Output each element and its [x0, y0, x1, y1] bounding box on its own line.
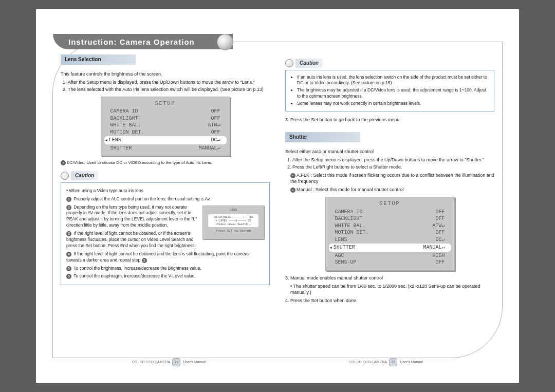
footer-left-pre: COLOR CCD CAMERA [132, 360, 170, 364]
lens-step-1: After the Setup menu is displayed, press… [68, 79, 270, 85]
shutter-step-2: Press the Left/Right buttons to select a… [292, 164, 494, 170]
setup-row: MOTION DET.OFF [331, 229, 449, 236]
shutter-intro: Select either auto or manual shutter con… [285, 148, 494, 155]
caution-badge-left: Caution [61, 171, 270, 180]
setup-row: LENSDC↵ [331, 236, 449, 244]
caution-badge-right: Caution [285, 59, 494, 68]
setup-row: AGCHIGH [331, 252, 449, 259]
caution-icon [61, 172, 69, 180]
manual-label: Manual [297, 187, 312, 192]
page-number-right: 29 [389, 358, 397, 366]
caution-line-6: To control the diaphragm, increase/decre… [73, 273, 196, 278]
footer-left-suffix: User's Manual [183, 360, 206, 364]
num-icon-6: 6 [66, 274, 71, 279]
caution-label-left: Caution [71, 171, 98, 180]
mini-lens-box: LENS BRIGHTNESS ——————|—— 50 V-LEVEL ———… [202, 206, 264, 239]
caution-box-right: If an auto iris lens is used, the lens s… [285, 70, 494, 111]
mini-row-0: BRIGHTNESS ——————|—— 50 [209, 215, 257, 219]
left-column: Lens Selection This feature controls the… [61, 54, 270, 354]
bullet-icon-b: • [290, 188, 295, 193]
mini-foot: Press SET to Search [205, 229, 262, 233]
right-step3: Press the Set button to go back to the p… [290, 117, 401, 122]
right-column: Caution If an auto iris lens is used, th… [285, 54, 494, 354]
shutter-step-1: After the Setup menu is displayed, press… [292, 157, 494, 163]
right-step4: Press the Set button when done. [290, 298, 358, 303]
setup-panel-left: SETUP CAMERA IDOFFBACKLIGHTOFFWHITE BAL.… [101, 97, 230, 157]
setup-row: SHUTTERMANUAL↵ [106, 145, 225, 152]
caution-label-right: Caution [295, 59, 323, 68]
right-step3b-sub: The shutter speed can be from 1/60 sec. … [290, 284, 480, 295]
caution-line-2: Depending on the lens type being used, i… [66, 204, 197, 228]
setup-row: CAMERA IDOFF [106, 108, 225, 115]
lens-intro: This feature controls the brightness of … [61, 71, 270, 77]
mini-row-2: •Video Level Search ↵ [209, 222, 257, 226]
page-frame: Instruction: Camera Operation Lens Selec… [36, 9, 519, 383]
footer: COLOR CCD CAMERA 28 User's Manual COLOR … [61, 358, 494, 366]
lens-selection-heading: Lens Selection [61, 54, 136, 65]
header-title: Instruction: Camera Operation [68, 38, 195, 46]
setup-row: CAMERA IDOFF [331, 209, 449, 216]
caution2-line-0: If an auto iris lens is used, the lens s… [297, 74, 489, 87]
footer-right: COLOR CCD CAMERA 29 User's Manual [278, 358, 494, 366]
num-icon-4: 4 [66, 252, 71, 257]
aflk-desc: : Select this mode if screen flickering … [290, 173, 494, 184]
num-icon-5: 5 [66, 266, 71, 271]
caution2-line-1: The brightness may be adjusted if a DC/V… [297, 87, 489, 100]
header-circle-icon [217, 34, 233, 50]
num-icon-4b: 3 [142, 258, 147, 263]
aflk-label: A.FLK [297, 173, 309, 178]
header-bar: Instruction: Camera Operation [53, 34, 233, 49]
caution-line-0: When using a Video type auto iris lens [69, 188, 143, 193]
setup-title-right: SETUP [331, 200, 449, 208]
setup-row: WHITE BAL.ATW↵ [106, 122, 225, 129]
setup-title-left: SETUP [106, 100, 225, 107]
setup-row: MOTION DET.OFF [106, 129, 225, 136]
page-number-left: 28 [172, 358, 180, 366]
manual-desc: : Select this mode for manual shutter co… [313, 187, 403, 192]
mini-row-1: V-LEVEL ————|————— 25 [209, 219, 257, 222]
setup-row: SHUTTERMANUAL↵ [329, 244, 451, 252]
caution-box-left: • When using a Video type auto iris lens… [61, 182, 270, 286]
setup-row: WHITE BAL.ATW↵ [331, 222, 449, 230]
setup-panel-right: SETUP CAMERA IDOFFBACKLIGHTOFFWHITE BAL.… [325, 197, 455, 271]
caution-line-4: If the right level of light cannot be ob… [66, 251, 249, 263]
caution-icon-right [285, 59, 293, 67]
mini-title: LENS [205, 208, 262, 212]
num-icon-2: 2 [66, 205, 71, 210]
footer-right-pre: COLOR CCD CAMERA [349, 360, 387, 364]
columns: Lens Selection This feature controls the… [61, 54, 494, 354]
caution-line-5: To control the brightness, increase/decr… [73, 266, 201, 271]
shutter-heading: Shutter [285, 132, 360, 142]
note-bullet-icon: • [61, 160, 66, 165]
bullet-icon-a: • [290, 173, 295, 178]
caution-line-1: Properly adjust the ALC control port on … [73, 196, 211, 201]
num-icon-3: 3 [66, 231, 71, 236]
dcvideo-note: DC/Video: Used to choose DC or VIDEO acc… [67, 160, 212, 165]
setup-row: SENS-UPOFF [331, 259, 449, 266]
right-step3b: Manual mode enables manual shutter contr… [290, 275, 383, 281]
lens-steps: After the Setup menu is displayed, press… [61, 79, 270, 92]
footer-left: COLOR CCD CAMERA 28 User's Manual [61, 358, 278, 366]
footer-right-suffix: User's Manual [400, 360, 423, 364]
caution2-line-2: Some lenses may not work correctly in ce… [297, 101, 489, 107]
setup-row: BACKLIGHTOFF [331, 215, 449, 222]
caution-line-3: If the right level of light cannot be ob… [66, 231, 196, 248]
shutter-steps: After the Setup menu is displayed, press… [285, 157, 494, 170]
num-icon-1: 1 [66, 197, 71, 202]
lens-step-2: The lens selected with the Auto Iris len… [68, 86, 270, 92]
mini-inner: BRIGHTNESS ——————|—— 50 V-LEVEL ————|———… [208, 214, 258, 227]
setup-row: BACKLIGHTOFF [106, 115, 225, 122]
setup-row: LENSDC↵ [104, 136, 227, 144]
